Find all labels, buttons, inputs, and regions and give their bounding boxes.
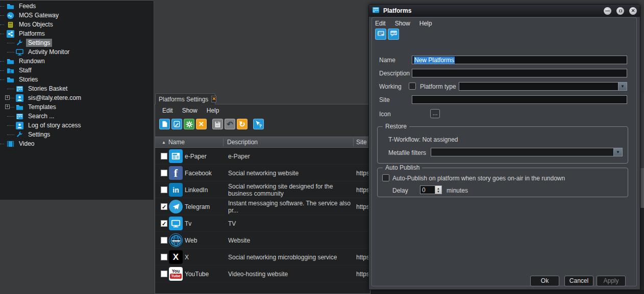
row-name: X (185, 249, 189, 265)
row-description: Website (228, 232, 354, 249)
row-checkbox[interactable] (161, 237, 167, 244)
column-header-description[interactable]: Description (227, 139, 258, 146)
undo-icon: ↶ (227, 120, 233, 128)
metafile-filters-select[interactable]: ▼ (431, 148, 623, 156)
row-checkbox[interactable]: ✓ (161, 220, 167, 227)
sidebar-item-mos-gateway[interactable]: MOS Gateway (0, 11, 154, 20)
table-row-x[interactable]: XXSocial networking microblogging servic… (155, 249, 370, 265)
table-header[interactable]: ▲Name Description Site (155, 137, 370, 148)
table-row-telegram[interactable]: ✓TelegramInstant messaging software. The… (155, 198, 370, 215)
row-checkbox[interactable] (161, 271, 167, 277)
delay-stepper[interactable]: ▲▼ (435, 185, 442, 194)
description-input[interactable] (412, 69, 627, 77)
dialog-toolbar-button-workflow[interactable] (375, 29, 386, 40)
apply-button[interactable]: Apply (597, 276, 626, 286)
name-input[interactable]: New Platforms (412, 56, 627, 64)
sidebar-item-platforms[interactable]: Platforms (0, 29, 154, 38)
gear-icon (186, 121, 193, 128)
tree-connector (7, 116, 14, 117)
delay-input[interactable]: 0 (420, 185, 435, 194)
menu-help[interactable]: Help (419, 20, 432, 27)
sidebar-item-sis-italy-etere-com[interactable]: +sis@italy.etere.com (0, 93, 154, 102)
sidebar-item-stories[interactable]: Stories (0, 75, 154, 84)
sidebar-item-settings[interactable]: Settings (0, 130, 154, 139)
folder-icon (6, 75, 14, 84)
table-row-facebook[interactable]: fFacebookSocial networking websitehttps (155, 165, 370, 181)
sidebar-item-label: Templates (26, 103, 58, 111)
dialog-titlebar[interactable]: Platforms — ✕ (369, 5, 640, 17)
dialog-toolbar-button-help-bubble[interactable]: HELP (388, 29, 399, 40)
telegram-icon (169, 200, 183, 213)
chevron-down-icon[interactable]: ▼ (613, 148, 622, 156)
menu-edit[interactable]: Edit (162, 107, 173, 114)
tv-icon (169, 217, 183, 230)
sidebar-item-templates[interactable]: +Templates (0, 102, 154, 112)
row-description: e-Paper (228, 148, 354, 165)
sidebar-item-rundown[interactable]: Rundown (0, 57, 154, 66)
background-bottom-strip (368, 290, 644, 294)
table-row-tv[interactable]: ✓TvTV (155, 215, 370, 232)
user-icon (15, 94, 23, 102)
delete-icon: ✕ (199, 121, 204, 127)
row-checkbox[interactable] (161, 153, 167, 159)
row-checkbox[interactable] (161, 254, 167, 260)
minutes-label: minutes (447, 187, 468, 194)
tab-close-icon[interactable]: ✕ (211, 96, 216, 102)
ok-button[interactable]: Ok (530, 276, 559, 286)
toolbar-button-refresh[interactable]: ↻ (237, 119, 247, 129)
sidebar-item-staff[interactable]: Staff (0, 66, 154, 75)
sidebar-item-settings[interactable]: Settings (0, 38, 154, 47)
tree-connector (0, 144, 4, 144)
new-icon (161, 121, 168, 127)
sidebar-item-log-of-story-access[interactable]: Log of story access (0, 121, 154, 130)
toolbar-button-delete[interactable]: ✕ (196, 119, 207, 129)
expand-plus-icon[interactable]: + (5, 104, 10, 109)
sidebar-item-stories-basket[interactable]: Stories Basket (0, 84, 154, 93)
menu-edit[interactable]: Edit (375, 20, 386, 27)
sidebar-item-label: sis@italy.etere.com (26, 94, 83, 102)
row-checkbox[interactable] (161, 186, 167, 193)
sidebar-item-activity-monitor[interactable]: Activity Monitor (0, 47, 154, 57)
column-header-name[interactable]: Name (168, 139, 185, 146)
minimize-icon[interactable]: — (604, 7, 611, 15)
tworkflow-text: T-Workflow: Not assigned (388, 136, 458, 143)
table-row-web[interactable]: wwwWebWebsite (155, 232, 370, 249)
cancel-button[interactable]: Cancel (564, 276, 593, 286)
menu-show[interactable]: Show (182, 107, 197, 114)
toolbar-button-new[interactable] (159, 119, 170, 129)
sidebar-item-feeds[interactable]: Feeds (0, 2, 154, 11)
auto-publish-checkbox[interactable] (382, 174, 389, 181)
toolbar-button-undo[interactable]: ↶ (225, 119, 235, 129)
site-input[interactable] (412, 95, 627, 104)
toolbar-button-context-help[interactable]: ? (253, 119, 264, 129)
working-checkbox[interactable] (409, 83, 416, 90)
sidebar-tree: FeedsMOS GatewayMos ObjectsPlatformsSett… (0, 2, 154, 148)
toolbar-button-gear[interactable] (184, 119, 194, 129)
close-icon[interactable]: ✕ (629, 7, 637, 15)
auto-publish-label: Auto-Publish on platform when story goes… (392, 175, 565, 182)
row-checkbox[interactable] (161, 170, 167, 176)
table-row-youtube[interactable]: YouTubeYouTubeVideo-hosting websitehttps (155, 265, 370, 282)
restore-groupbox: Restore (377, 126, 628, 164)
toolbar-button-save[interactable] (212, 119, 223, 129)
metafile-filters-label: Metafile filters (388, 149, 426, 156)
column-header-site[interactable]: Site (356, 139, 367, 146)
sidebar-item-label: Platforms (17, 30, 47, 38)
table-row-linkedin[interactable]: inLinkedInSocial networking site designe… (155, 181, 370, 198)
tab-platforms-settings[interactable]: Platforms Settings ✕ (155, 93, 215, 104)
expand-plus-icon[interactable]: + (5, 95, 10, 100)
menu-help[interactable]: Help (207, 107, 219, 114)
icon-browse-button[interactable]: ... (430, 109, 440, 118)
menu-show[interactable]: Show (395, 20, 410, 27)
maximize-icon[interactable] (616, 7, 624, 15)
tree-connector (7, 89, 14, 89)
platform-type-select[interactable]: ▼ (459, 82, 627, 91)
sidebar-item-video[interactable]: Video (0, 139, 154, 148)
row-checkbox[interactable]: ✓ (161, 203, 167, 210)
sidebar-item-mos-objects[interactable]: Mos Objects (0, 20, 154, 29)
chevron-down-icon[interactable]: ▼ (618, 83, 627, 90)
table-row-e-paper[interactable]: e-Papere-Paper (155, 148, 370, 165)
sidebar-item-search[interactable]: Search ... (0, 112, 154, 121)
sidebar-item-label: Rundown (17, 57, 47, 65)
toolbar-button-edit[interactable] (171, 119, 182, 129)
